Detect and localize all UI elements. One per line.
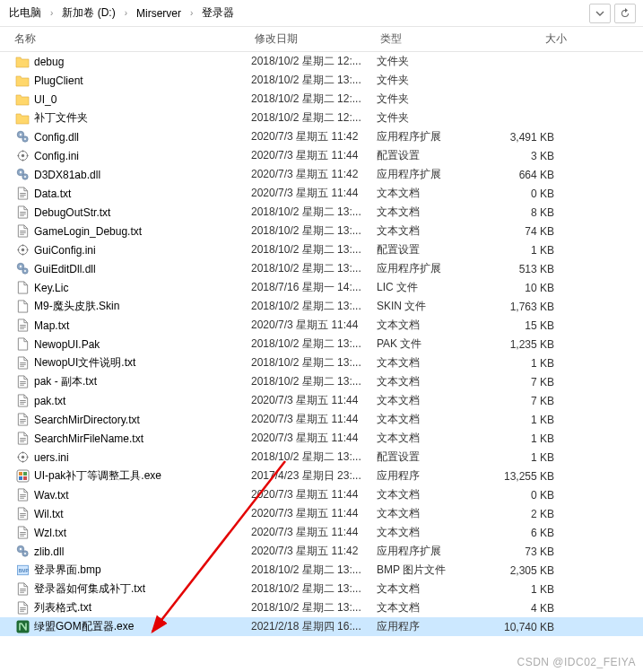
file-row[interactable]: DebugOutStr.txt2018/10/2 星期二 13:...文本文档8…: [0, 203, 643, 222]
file-size: 0 KB: [482, 489, 563, 502]
file-row[interactable]: 绿盟GOM配置器.exe2021/2/18 星期四 16:...应用程序10,7…: [0, 617, 643, 636]
svg-point-52: [21, 456, 23, 458]
file-size: 4 KB: [482, 602, 563, 615]
file-name: 补丁文件夹: [30, 110, 251, 126]
txt-icon: [14, 356, 30, 371]
file-row[interactable]: Wil.txt2020/7/3 星期五 11:44文本文档2 KB: [0, 504, 643, 523]
svg-point-31: [19, 266, 21, 267]
chevron-right-icon: ›: [123, 8, 129, 18]
file-row[interactable]: NewopUI文件说明.txt2018/10/2 星期二 13:...文本文档1…: [0, 353, 643, 372]
file-row[interactable]: UI-pak补丁等调整工具.exe2017/4/23 星期日 23:...应用程…: [0, 467, 643, 485]
file-name: UI_0: [30, 93, 251, 106]
dropdown-button[interactable]: [589, 4, 611, 23]
file-row[interactable]: Key.Lic2018/7/16 星期一 14:...LIC 文件10 KB: [0, 278, 643, 297]
breadcrumb-item[interactable]: 登录器: [196, 3, 239, 23]
file-row[interactable]: Data.txt2020/7/3 星期五 11:44文本文档0 KB: [0, 184, 643, 203]
file-row[interactable]: NewopUI.Pak2018/10/2 星期二 13:...PAK 文件1,2…: [0, 335, 643, 353]
file-row[interactable]: SearchMirFileName.txt2020/7/3 星期五 11:44文…: [0, 429, 643, 448]
refresh-button[interactable]: [614, 4, 636, 23]
file-row[interactable]: pak.txt2020/7/3 星期五 11:44文本文档7 KB: [0, 391, 643, 410]
file-row[interactable]: D3DX81ab.dll2020/7/3 星期五 11:42应用程序扩展664 …: [0, 165, 643, 184]
file-type: 文本文档: [377, 223, 482, 239]
file-size: 1,763 KB: [482, 301, 563, 313]
file-type: 文件夹: [377, 92, 482, 107]
txt-icon: [14, 601, 30, 615]
svg-point-13: [24, 176, 26, 178]
file-type: LIC 文件: [377, 280, 482, 295]
file-type: 文本文档: [377, 318, 482, 333]
file-date: 2020/7/3 星期五 11:44: [251, 186, 377, 201]
file-name: Key.Lic: [30, 282, 251, 294]
breadcrumb-item[interactable]: Mirserver: [131, 4, 187, 22]
file-row[interactable]: GameLogin_Debug.txt2018/10/2 星期二 13:...文…: [0, 222, 643, 240]
file-row[interactable]: 补丁文件夹2018/10/2 星期二 12:...文件夹: [0, 109, 643, 127]
file-row[interactable]: GuiConfig.ini2018/10/2 星期二 13:...配置设置1 K…: [0, 240, 643, 259]
ini-icon: [14, 243, 30, 257]
file-row[interactable]: UI_02018/10/2 星期二 12:...文件夹: [0, 90, 643, 109]
breadcrumb-item[interactable]: 比电脑: [4, 3, 47, 23]
dll-icon: [14, 545, 30, 559]
file-name: pak - 副本.txt: [30, 374, 251, 389]
file-row[interactable]: PlugClient2018/10/2 星期二 13:...文件夹: [0, 71, 643, 90]
file-date: 2018/10/2 星期二 13:...: [251, 299, 377, 314]
file-row[interactable]: Map.txt2020/7/3 星期五 11:44文本文档15 KB: [0, 316, 643, 335]
file-size: 8 KB: [482, 206, 563, 219]
file-date: 2018/10/2 星期二 13:...: [251, 336, 377, 352]
file-row[interactable]: zlib.dll2020/7/3 星期五 11:42应用程序扩展73 KB: [0, 542, 643, 561]
file-date: 2018/10/2 星期二 12:...: [251, 110, 377, 126]
file-size: 2 KB: [482, 508, 563, 520]
folder-icon: [14, 74, 30, 88]
file-name: SearchMirDirectory.txt: [30, 414, 251, 426]
file-size: 15 KB: [482, 319, 563, 332]
file-row[interactable]: 列表格式.txt2018/10/2 星期二 13:...文本文档4 KB: [0, 598, 643, 617]
file-row[interactable]: uers.ini2018/10/2 星期二 13:...配置设置1 KB: [0, 448, 643, 467]
file-icon: [14, 281, 30, 295]
file-size: 1,235 KB: [482, 338, 563, 351]
file-size: 1 KB: [482, 244, 563, 257]
svg-rect-58: [19, 472, 22, 476]
column-type[interactable]: 类型: [380, 28, 486, 50]
file-icon: [14, 300, 30, 314]
column-name[interactable]: 名称: [14, 28, 255, 50]
column-size[interactable]: 大小: [486, 28, 567, 50]
file-name: GuiConfig.ini: [30, 244, 251, 257]
file-row[interactable]: pak - 副本.txt2018/10/2 星期二 13:...文本文档7 KB: [0, 372, 643, 391]
file-row[interactable]: BMP 登录界面.bmp2018/10/2 星期二 13:...BMP 图片文件…: [0, 561, 643, 580]
file-row[interactable]: Wav.txt2020/7/3 星期五 11:44文本文档0 KB: [0, 485, 643, 504]
svg-rect-57: [17, 470, 29, 482]
file-name: 列表格式.txt: [30, 600, 251, 615]
file-date: 2018/7/16 星期一 14:...: [251, 280, 377, 295]
file-date: 2020/7/3 星期五 11:42: [251, 167, 377, 182]
file-row[interactable]: Config.dll2020/7/3 星期五 11:42应用程序扩展3,491 …: [0, 127, 643, 146]
file-icon: [14, 337, 30, 352]
file-row[interactable]: M9-魔头皮肤.Skin2018/10/2 星期二 13:...SKIN 文件1…: [0, 297, 643, 316]
file-row[interactable]: Wzl.txt2020/7/3 星期五 11:44文本文档6 KB: [0, 523, 643, 542]
file-type: 文本文档: [377, 600, 482, 615]
file-row[interactable]: GuiEditDll.dll2018/10/2 星期二 13:...应用程序扩展…: [0, 259, 643, 278]
file-type: 文本文档: [377, 355, 482, 371]
file-date: 2018/10/2 星期二 13:...: [251, 261, 377, 276]
file-date: 2018/10/2 星期二 13:...: [251, 563, 377, 578]
svg-point-24: [21, 249, 23, 251]
file-row[interactable]: 登录器如何集成补丁.txt2018/10/2 星期二 13:...文本文档1 K…: [0, 580, 643, 598]
file-type: 应用程序扩展: [377, 167, 482, 182]
file-row[interactable]: SearchMirDirectory.txt2020/7/3 星期五 11:44…: [0, 410, 643, 429]
file-date: 2020/7/3 星期五 11:44: [251, 393, 377, 408]
file-size: 10 KB: [482, 282, 563, 294]
file-date: 2020/7/3 星期五 11:42: [251, 129, 377, 144]
txt-icon: [14, 488, 30, 502]
svg-point-73: [19, 548, 21, 550]
file-row[interactable]: debug2018/10/2 星期二 12:...文件夹: [0, 52, 643, 71]
file-name: pak.txt: [30, 395, 251, 407]
file-type: 文件夹: [377, 54, 482, 69]
file-name: UI-pak补丁等调整工具.exe: [30, 468, 251, 484]
file-type: 文件夹: [377, 110, 482, 126]
file-size: 513 KB: [482, 263, 563, 275]
breadcrumb-item[interactable]: 新加卷 (D:): [56, 3, 120, 23]
file-row[interactable]: Config.ini2020/7/3 星期五 11:44配置设置3 KB: [0, 146, 643, 165]
txt-icon: [14, 582, 30, 597]
file-type: 应用程序扩展: [377, 544, 482, 559]
file-size: 1 KB: [482, 357, 563, 370]
file-size: 0 KB: [482, 188, 563, 200]
column-date[interactable]: 修改日期: [255, 28, 380, 50]
